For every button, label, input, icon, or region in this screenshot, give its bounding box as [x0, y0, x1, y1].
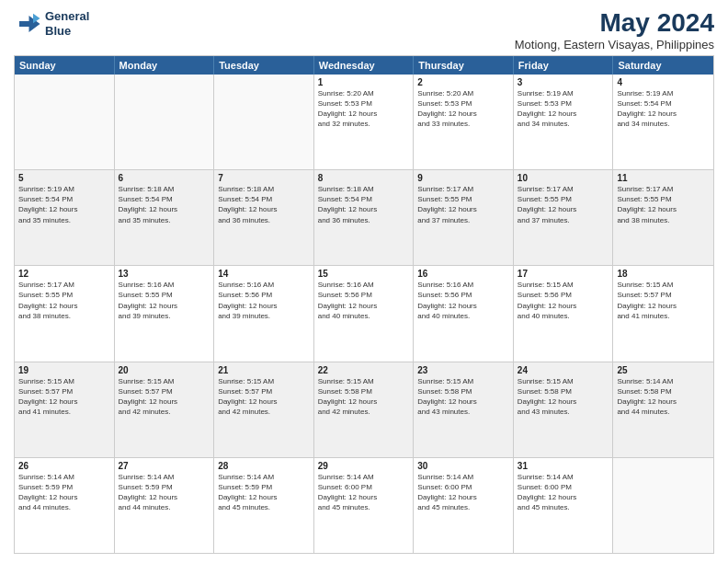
day-number: 25 — [617, 365, 710, 375]
day-cell: 3Sunrise: 5:19 AM Sunset: 5:53 PM Daylig… — [514, 75, 614, 169]
logo: General Blue — [14, 9, 89, 38]
day-cell: 28Sunrise: 5:14 AM Sunset: 5:59 PM Dayli… — [214, 458, 314, 553]
calendar-row: 5Sunrise: 5:19 AM Sunset: 5:54 PM Daylig… — [15, 170, 713, 266]
header-day: Friday — [514, 56, 614, 75]
day-cell: 12Sunrise: 5:17 AM Sunset: 5:55 PM Dayli… — [15, 266, 115, 361]
day-cell: 11Sunrise: 5:17 AM Sunset: 5:55 PM Dayli… — [613, 170, 713, 265]
day-number: 16 — [417, 269, 509, 279]
day-number: 13 — [119, 269, 210, 279]
day-info: Sunrise: 5:15 AM Sunset: 5:58 PM Dayligh… — [518, 376, 609, 418]
day-number: 7 — [218, 173, 310, 183]
day-number: 27 — [119, 461, 210, 471]
day-number: 11 — [617, 173, 710, 183]
day-number: 12 — [18, 269, 110, 279]
empty-cell — [214, 75, 314, 169]
calendar: SundayMondayTuesdayWednesdayThursdayFrid… — [14, 55, 714, 554]
calendar-row: 1Sunrise: 5:20 AM Sunset: 5:53 PM Daylig… — [15, 75, 713, 170]
day-cell: 27Sunrise: 5:14 AM Sunset: 5:59 PM Dayli… — [115, 458, 215, 553]
day-info: Sunrise: 5:15 AM Sunset: 5:57 PM Dayligh… — [119, 376, 210, 418]
day-info: Sunrise: 5:17 AM Sunset: 5:55 PM Dayligh… — [417, 184, 509, 225]
header-day: Thursday — [414, 56, 514, 75]
day-info: Sunrise: 5:14 AM Sunset: 5:59 PM Dayligh… — [218, 472, 310, 513]
day-number: 19 — [18, 365, 110, 375]
day-info: Sunrise: 5:16 AM Sunset: 5:56 PM Dayligh… — [318, 280, 410, 321]
day-cell: 22Sunrise: 5:15 AM Sunset: 5:58 PM Dayli… — [314, 362, 415, 457]
day-number: 8 — [318, 173, 410, 183]
day-cell: 18Sunrise: 5:15 AM Sunset: 5:57 PM Dayli… — [613, 266, 713, 361]
day-info: Sunrise: 5:16 AM Sunset: 5:55 PM Dayligh… — [119, 280, 210, 321]
day-number: 1 — [318, 77, 410, 87]
day-info: Sunrise: 5:18 AM Sunset: 5:54 PM Dayligh… — [318, 184, 410, 225]
calendar-row: 12Sunrise: 5:17 AM Sunset: 5:55 PM Dayli… — [15, 266, 713, 362]
main-title: May 2024 — [515, 9, 714, 38]
day-cell: 9Sunrise: 5:17 AM Sunset: 5:55 PM Daylig… — [414, 170, 514, 265]
day-number: 18 — [617, 269, 710, 279]
day-info: Sunrise: 5:16 AM Sunset: 5:56 PM Dayligh… — [218, 280, 310, 321]
logo-icon — [14, 10, 41, 38]
day-cell: 26Sunrise: 5:14 AM Sunset: 5:59 PM Dayli… — [15, 458, 115, 553]
day-info: Sunrise: 5:14 AM Sunset: 6:00 PM Dayligh… — [417, 472, 509, 513]
day-number: 9 — [417, 173, 509, 183]
day-cell: 7Sunrise: 5:18 AM Sunset: 5:54 PM Daylig… — [214, 170, 314, 265]
day-number: 28 — [218, 461, 310, 471]
calendar-header: SundayMondayTuesdayWednesdayThursdayFrid… — [15, 56, 713, 75]
day-number: 2 — [417, 77, 509, 87]
day-cell: 5Sunrise: 5:19 AM Sunset: 5:54 PM Daylig… — [15, 170, 115, 265]
header-day: Monday — [115, 56, 215, 75]
day-cell: 25Sunrise: 5:14 AM Sunset: 5:58 PM Dayli… — [613, 362, 713, 457]
day-info: Sunrise: 5:14 AM Sunset: 5:59 PM Dayligh… — [119, 472, 210, 513]
day-number: 30 — [417, 461, 509, 471]
day-number: 26 — [18, 461, 110, 471]
day-cell: 4Sunrise: 5:19 AM Sunset: 5:54 PM Daylig… — [613, 75, 713, 169]
day-info: Sunrise: 5:14 AM Sunset: 6:00 PM Dayligh… — [318, 472, 410, 513]
day-info: Sunrise: 5:20 AM Sunset: 5:53 PM Dayligh… — [318, 88, 410, 130]
day-cell: 15Sunrise: 5:16 AM Sunset: 5:56 PM Dayli… — [314, 266, 415, 361]
header-day: Saturday — [613, 56, 713, 75]
empty-cell — [115, 75, 215, 169]
day-number: 22 — [318, 365, 410, 375]
day-cell: 2Sunrise: 5:20 AM Sunset: 5:53 PM Daylig… — [414, 75, 514, 169]
day-number: 29 — [318, 461, 410, 471]
day-number: 5 — [18, 173, 110, 183]
day-info: Sunrise: 5:15 AM Sunset: 5:57 PM Dayligh… — [617, 280, 710, 321]
day-cell: 16Sunrise: 5:16 AM Sunset: 5:56 PM Dayli… — [414, 266, 514, 361]
day-number: 15 — [318, 269, 410, 279]
day-cell: 21Sunrise: 5:15 AM Sunset: 5:57 PM Dayli… — [214, 362, 314, 457]
day-info: Sunrise: 5:15 AM Sunset: 5:58 PM Dayligh… — [318, 376, 410, 418]
day-cell: 8Sunrise: 5:18 AM Sunset: 5:54 PM Daylig… — [314, 170, 415, 265]
calendar-row: 19Sunrise: 5:15 AM Sunset: 5:57 PM Dayli… — [15, 362, 713, 458]
day-number: 23 — [417, 365, 509, 375]
empty-cell — [15, 75, 115, 169]
day-number: 4 — [617, 77, 710, 87]
page: General Blue May 2024 Motiong, Eastern V… — [0, 0, 728, 563]
day-cell: 13Sunrise: 5:16 AM Sunset: 5:55 PM Dayli… — [115, 266, 215, 361]
day-cell: 14Sunrise: 5:16 AM Sunset: 5:56 PM Dayli… — [214, 266, 314, 361]
day-cell: 31Sunrise: 5:14 AM Sunset: 6:00 PM Dayli… — [514, 458, 614, 553]
day-info: Sunrise: 5:16 AM Sunset: 5:56 PM Dayligh… — [417, 280, 509, 321]
day-info: Sunrise: 5:18 AM Sunset: 5:54 PM Dayligh… — [218, 184, 310, 225]
day-info: Sunrise: 5:17 AM Sunset: 5:55 PM Dayligh… — [18, 280, 110, 321]
title-block: May 2024 Motiong, Eastern Visayas, Phili… — [515, 9, 714, 52]
day-info: Sunrise: 5:17 AM Sunset: 5:55 PM Dayligh… — [518, 184, 609, 225]
empty-cell — [613, 458, 713, 553]
day-info: Sunrise: 5:14 AM Sunset: 6:00 PM Dayligh… — [518, 472, 609, 513]
subtitle: Motiong, Eastern Visayas, Philippines — [515, 38, 714, 52]
day-cell: 30Sunrise: 5:14 AM Sunset: 6:00 PM Dayli… — [414, 458, 514, 553]
day-info: Sunrise: 5:20 AM Sunset: 5:53 PM Dayligh… — [417, 88, 509, 130]
day-cell: 29Sunrise: 5:14 AM Sunset: 6:00 PM Dayli… — [314, 458, 415, 553]
day-info: Sunrise: 5:19 AM Sunset: 5:53 PM Dayligh… — [518, 88, 609, 130]
day-info: Sunrise: 5:17 AM Sunset: 5:55 PM Dayligh… — [617, 184, 710, 225]
day-number: 24 — [518, 365, 609, 375]
day-number: 20 — [119, 365, 210, 375]
day-info: Sunrise: 5:14 AM Sunset: 5:59 PM Dayligh… — [18, 472, 110, 513]
day-cell: 10Sunrise: 5:17 AM Sunset: 5:55 PM Dayli… — [514, 170, 614, 265]
logo-line2: Blue — [45, 24, 89, 39]
header: General Blue May 2024 Motiong, Eastern V… — [14, 9, 714, 52]
day-number: 17 — [518, 269, 609, 279]
day-info: Sunrise: 5:15 AM Sunset: 5:57 PM Dayligh… — [218, 376, 310, 418]
day-cell: 6Sunrise: 5:18 AM Sunset: 5:54 PM Daylig… — [115, 170, 215, 265]
header-day: Sunday — [15, 56, 115, 75]
logo-line1: General — [45, 9, 89, 24]
day-number: 31 — [518, 461, 609, 471]
day-cell: 24Sunrise: 5:15 AM Sunset: 5:58 PM Dayli… — [514, 362, 614, 457]
